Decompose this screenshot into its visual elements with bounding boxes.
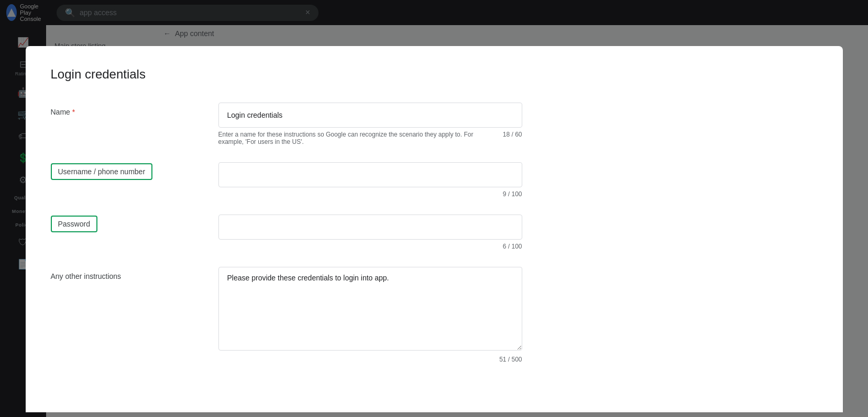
modal-overlay: Login credentials Name * Enter a name fo… <box>0 0 868 417</box>
username-label-container: Username / phone number <box>51 162 218 176</box>
instructions-helper-row: 51 / 500 <box>218 356 522 363</box>
username-input[interactable] <box>218 162 522 187</box>
name-label: Name * <box>51 103 218 116</box>
username-field-container: 9 / 100 <box>218 162 522 198</box>
instructions-textarea[interactable]: Please provide these credentials to logi… <box>218 267 522 351</box>
username-counter: 9 / 100 <box>503 190 522 198</box>
instructions-label: Any other instructions <box>51 267 218 280</box>
password-label-container: Password <box>51 215 218 228</box>
name-input[interactable] <box>218 103 522 128</box>
name-counter: 18 / 60 <box>503 131 522 138</box>
password-counter: 6 / 100 <box>503 243 522 250</box>
instructions-form-row: Any other instructions Please provide th… <box>51 267 818 363</box>
modal-title: Login credentials <box>51 67 818 82</box>
name-field-container: Enter a name for these instructions so G… <box>218 103 522 145</box>
username-form-row: Username / phone number 9 / 100 <box>51 162 818 198</box>
password-input[interactable] <box>218 215 522 240</box>
modal-dialog: Login credentials Name * Enter a name fo… <box>26 46 843 412</box>
name-helper-row: Enter a name for these instructions so G… <box>218 131 522 145</box>
username-label: Username / phone number <box>51 163 153 180</box>
instructions-counter: 51 / 500 <box>499 356 522 363</box>
password-label: Password <box>51 216 97 232</box>
name-helper-text: Enter a name for these instructions so G… <box>218 131 495 145</box>
password-helper-row: 6 / 100 <box>218 243 522 250</box>
password-form-row: Password 6 / 100 <box>51 215 818 250</box>
name-form-row: Name * Enter a name for these instructio… <box>51 103 818 145</box>
username-helper-row: 9 / 100 <box>218 190 522 198</box>
password-field-container: 6 / 100 <box>218 215 522 250</box>
instructions-field-container: Please provide these credentials to logi… <box>218 267 522 363</box>
